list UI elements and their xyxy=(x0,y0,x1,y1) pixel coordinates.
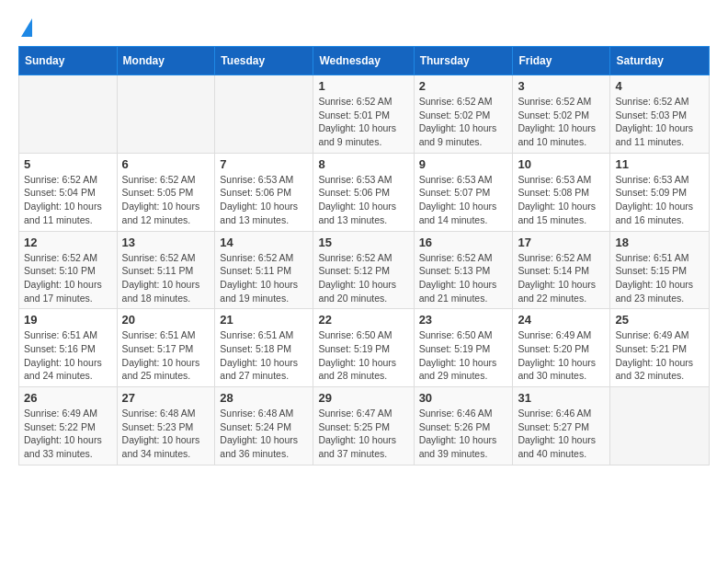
day-info: Daylight: 10 hours and 33 minutes. xyxy=(24,433,112,460)
calendar-cell: 12Sunrise: 6:52 AMSunset: 5:10 PMDayligh… xyxy=(19,231,118,309)
day-info: Daylight: 10 hours and 21 minutes. xyxy=(419,278,508,304)
day-info: Sunset: 5:02 PM xyxy=(419,109,508,122)
day-info: Sunrise: 6:53 AM xyxy=(220,173,308,187)
calendar-cell: 19Sunrise: 6:51 AMSunset: 5:16 PMDayligh… xyxy=(19,309,118,387)
day-info: Sunrise: 6:50 AM xyxy=(419,328,508,342)
calendar-cell: 23Sunrise: 6:50 AMSunset: 5:19 PMDayligh… xyxy=(414,309,513,387)
day-info: Sunset: 5:09 PM xyxy=(615,186,704,200)
day-number: 4 xyxy=(615,79,704,93)
day-info: Daylight: 10 hours and 14 minutes. xyxy=(419,200,508,226)
day-info: Sunrise: 6:51 AM xyxy=(220,328,308,342)
day-info: Daylight: 10 hours and 17 minutes. xyxy=(24,278,112,304)
day-info: Sunset: 5:04 PM xyxy=(24,186,112,200)
calendar-cell: 9Sunrise: 6:53 AMSunset: 5:07 PMDaylight… xyxy=(414,153,513,231)
calendar-cell: 30Sunrise: 6:46 AMSunset: 5:26 PMDayligh… xyxy=(414,387,513,465)
day-info: Daylight: 10 hours and 29 minutes. xyxy=(419,356,508,383)
day-info: Daylight: 10 hours and 22 minutes. xyxy=(518,278,605,304)
calendar-cell: 17Sunrise: 6:52 AMSunset: 5:14 PMDayligh… xyxy=(513,231,610,309)
day-number: 7 xyxy=(220,157,308,171)
calendar-cell xyxy=(610,387,710,465)
day-info: Sunset: 5:22 PM xyxy=(24,420,112,434)
day-number: 6 xyxy=(122,157,210,171)
day-info: Sunset: 5:06 PM xyxy=(220,186,308,200)
page-header xyxy=(18,18,710,37)
day-info: Sunset: 5:26 PM xyxy=(419,420,508,434)
day-info: Sunset: 5:02 PM xyxy=(518,109,605,122)
calendar-cell: 26Sunrise: 6:49 AMSunset: 5:22 PMDayligh… xyxy=(19,387,118,465)
calendar-week-row: 5Sunrise: 6:52 AMSunset: 5:04 PMDaylight… xyxy=(19,153,710,231)
day-info: Sunrise: 6:49 AM xyxy=(24,407,112,420)
day-number: 28 xyxy=(220,391,308,405)
day-number: 15 xyxy=(318,236,408,249)
day-number: 1 xyxy=(318,79,408,93)
calendar-week-row: 26Sunrise: 6:49 AMSunset: 5:22 PMDayligh… xyxy=(19,387,710,465)
day-info: Sunrise: 6:52 AM xyxy=(220,251,308,265)
day-info: Sunset: 5:19 PM xyxy=(419,342,508,356)
day-info: Sunrise: 6:51 AM xyxy=(24,328,112,342)
day-number: 19 xyxy=(24,313,112,327)
day-info: Daylight: 10 hours and 24 minutes. xyxy=(24,356,112,383)
day-number: 24 xyxy=(518,313,605,327)
day-info: Sunrise: 6:49 AM xyxy=(615,328,704,342)
calendar-cell xyxy=(215,75,313,154)
day-number: 17 xyxy=(518,236,605,249)
day-info: Daylight: 10 hours and 40 minutes. xyxy=(518,433,605,460)
day-info: Sunset: 5:11 PM xyxy=(220,264,308,278)
calendar-cell: 6Sunrise: 6:52 AMSunset: 5:05 PMDaylight… xyxy=(117,153,215,231)
calendar-cell: 18Sunrise: 6:51 AMSunset: 5:15 PMDayligh… xyxy=(610,231,710,309)
day-info: Daylight: 10 hours and 36 minutes. xyxy=(220,433,308,460)
day-number: 27 xyxy=(122,391,210,405)
day-info: Sunrise: 6:52 AM xyxy=(615,95,704,109)
day-number: 31 xyxy=(518,391,605,405)
day-info: Daylight: 10 hours and 39 minutes. xyxy=(419,433,508,460)
calendar-cell: 25Sunrise: 6:49 AMSunset: 5:21 PMDayligh… xyxy=(610,309,710,387)
day-number: 25 xyxy=(615,313,704,327)
day-info: Sunrise: 6:52 AM xyxy=(24,251,112,265)
calendar-cell: 15Sunrise: 6:52 AMSunset: 5:12 PMDayligh… xyxy=(313,231,414,309)
calendar-cell: 31Sunrise: 6:46 AMSunset: 5:27 PMDayligh… xyxy=(513,387,610,465)
calendar-cell: 21Sunrise: 6:51 AMSunset: 5:18 PMDayligh… xyxy=(215,309,313,387)
day-info: Sunset: 5:06 PM xyxy=(318,186,408,200)
day-info: Sunrise: 6:53 AM xyxy=(518,173,605,187)
day-info: Sunset: 5:08 PM xyxy=(518,186,605,200)
day-info: Sunset: 5:15 PM xyxy=(615,264,704,278)
calendar-cell: 14Sunrise: 6:52 AMSunset: 5:11 PMDayligh… xyxy=(215,231,313,309)
day-number: 13 xyxy=(122,236,210,249)
day-number: 11 xyxy=(615,157,704,171)
calendar-cell xyxy=(117,75,215,154)
weekday-header-tuesday: Tuesday xyxy=(215,47,313,75)
day-info: Sunrise: 6:52 AM xyxy=(122,173,210,187)
day-info: Daylight: 10 hours and 9 minutes. xyxy=(419,121,508,148)
day-info: Sunset: 5:11 PM xyxy=(122,264,210,278)
calendar-cell: 27Sunrise: 6:48 AMSunset: 5:23 PMDayligh… xyxy=(117,387,215,465)
calendar-cell: 16Sunrise: 6:52 AMSunset: 5:13 PMDayligh… xyxy=(414,231,513,309)
day-info: Daylight: 10 hours and 13 minutes. xyxy=(318,200,408,226)
day-number: 14 xyxy=(220,236,308,249)
day-info: Sunrise: 6:46 AM xyxy=(419,407,508,420)
day-info: Sunrise: 6:48 AM xyxy=(122,407,210,420)
day-info: Sunrise: 6:48 AM xyxy=(220,407,308,420)
day-info: Daylight: 10 hours and 18 minutes. xyxy=(122,278,210,304)
calendar-week-row: 19Sunrise: 6:51 AMSunset: 5:16 PMDayligh… xyxy=(19,309,710,387)
logo xyxy=(18,18,32,37)
calendar-cell: 2Sunrise: 6:52 AMSunset: 5:02 PMDaylight… xyxy=(414,75,513,154)
day-info: Sunset: 5:18 PM xyxy=(220,342,308,356)
calendar-cell: 7Sunrise: 6:53 AMSunset: 5:06 PMDaylight… xyxy=(215,153,313,231)
day-number: 18 xyxy=(615,236,704,249)
calendar-cell: 8Sunrise: 6:53 AMSunset: 5:06 PMDaylight… xyxy=(313,153,414,231)
day-info: Sunset: 5:19 PM xyxy=(318,342,408,356)
calendar-cell: 13Sunrise: 6:52 AMSunset: 5:11 PMDayligh… xyxy=(117,231,215,309)
day-number: 9 xyxy=(419,157,508,171)
calendar-cell: 22Sunrise: 6:50 AMSunset: 5:19 PMDayligh… xyxy=(313,309,414,387)
day-info: Sunrise: 6:51 AM xyxy=(615,251,704,265)
day-number: 26 xyxy=(24,391,112,405)
logo-triangle-icon xyxy=(21,18,32,37)
day-info: Sunset: 5:01 PM xyxy=(318,109,408,122)
day-info: Daylight: 10 hours and 23 minutes. xyxy=(615,278,704,304)
day-info: Sunset: 5:03 PM xyxy=(615,109,704,122)
day-info: Daylight: 10 hours and 27 minutes. xyxy=(220,356,308,383)
day-info: Sunset: 5:27 PM xyxy=(518,420,605,434)
day-info: Sunrise: 6:53 AM xyxy=(419,173,508,187)
calendar-table: SundayMondayTuesdayWednesdayThursdayFrid… xyxy=(18,46,710,465)
day-info: Sunrise: 6:52 AM xyxy=(318,251,408,265)
